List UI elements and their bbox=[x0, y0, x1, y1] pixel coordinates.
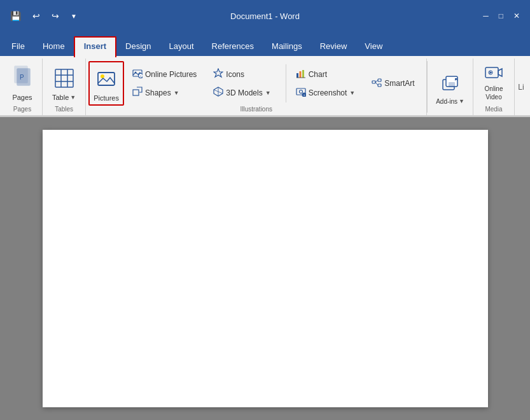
shapes-dropdown-icon: ▼ bbox=[174, 90, 179, 96]
svg-rect-21 bbox=[302, 70, 304, 78]
window-controls: ─ □ ✕ bbox=[479, 11, 524, 20]
pages-button[interactable]: P Pages bbox=[6, 60, 38, 104]
online-pictures-label: Online Pictures bbox=[145, 70, 197, 79]
tab-mailings[interactable]: Mailings bbox=[263, 38, 311, 56]
pages-icon: P bbox=[12, 65, 32, 91]
smartart-icon bbox=[372, 78, 382, 90]
online-pictures-button[interactable]: + Online Pictures bbox=[127, 66, 202, 83]
svg-line-31 bbox=[375, 82, 378, 85]
svg-text:+: + bbox=[303, 93, 305, 97]
icons-icon bbox=[213, 68, 223, 80]
tab-design[interactable]: Design bbox=[116, 38, 160, 56]
document-page bbox=[43, 130, 488, 407]
pictures-button[interactable]: Pictures bbox=[88, 61, 124, 106]
svg-line-30 bbox=[375, 80, 378, 82]
screenshot-icon: + bbox=[296, 87, 306, 99]
online-pictures-icon: + bbox=[132, 68, 143, 80]
online-video-icon bbox=[484, 64, 503, 85]
svg-text:+: + bbox=[139, 74, 141, 78]
tab-home[interactable]: Home bbox=[34, 38, 74, 56]
document-area bbox=[0, 117, 530, 420]
pictures-icon bbox=[97, 71, 115, 92]
3d-models-label: 3D Models bbox=[226, 88, 262, 97]
media-group: OnlineVideo Media bbox=[473, 59, 515, 115]
chart-label: Chart bbox=[309, 70, 327, 79]
title-bar: 💾 ↩ ↪ ▼ Document1 - Word ─ □ ✕ bbox=[0, 0, 530, 32]
smartart-button[interactable]: SmartArt bbox=[366, 75, 420, 92]
svg-rect-34 bbox=[449, 82, 455, 87]
add-ins-button[interactable]: Add-ins ▼ bbox=[431, 64, 469, 108]
table-icon bbox=[55, 69, 74, 91]
close-button[interactable]: ✕ bbox=[510, 11, 524, 20]
svg-rect-28 bbox=[378, 79, 381, 81]
minimize-button[interactable]: ─ bbox=[479, 11, 492, 20]
svg-point-9 bbox=[101, 74, 104, 78]
save-button[interactable]: 💾 bbox=[6, 8, 25, 24]
screenshot-label: Screenshot bbox=[309, 88, 347, 97]
svg-marker-37 bbox=[498, 69, 502, 76]
tab-review[interactable]: Review bbox=[311, 38, 356, 56]
shapes-label: Shapes bbox=[145, 88, 171, 97]
table-dropdown-icon: ▼ bbox=[70, 94, 76, 101]
tab-references[interactable]: References bbox=[203, 38, 263, 56]
3d-models-dropdown-icon: ▼ bbox=[265, 90, 271, 96]
svg-rect-20 bbox=[299, 71, 301, 78]
redo-button[interactable]: ↪ bbox=[48, 8, 63, 24]
undo-button[interactable]: ↩ bbox=[29, 8, 44, 24]
tables-group: Table ▼ Tables bbox=[43, 59, 86, 115]
quick-access-toolbar: 💾 ↩ ↪ ▼ bbox=[6, 8, 81, 24]
svg-rect-29 bbox=[378, 84, 381, 87]
svg-marker-15 bbox=[214, 69, 223, 77]
ribbon-tabs: File Home Insert Design Layout Reference… bbox=[0, 32, 530, 56]
online-video-label: OnlineVideo bbox=[485, 85, 503, 101]
tables-group-label: Tables bbox=[46, 106, 81, 115]
screenshot-button[interactable]: + Screenshot ▼ bbox=[290, 84, 361, 101]
ribbon-content: P Pages Pages bbox=[0, 56, 530, 117]
window-title: Document1 - Word bbox=[230, 11, 300, 21]
add-ins-label: Add-ins bbox=[436, 98, 457, 105]
pages-label: Pages bbox=[12, 94, 32, 101]
tab-layout[interactable]: Layout bbox=[160, 38, 203, 56]
svg-rect-27 bbox=[372, 81, 375, 83]
svg-rect-8 bbox=[98, 73, 115, 85]
links-partial-label: Li bbox=[518, 83, 524, 92]
svg-rect-3 bbox=[55, 69, 73, 87]
maximize-button[interactable]: □ bbox=[495, 11, 507, 20]
pictures-label: Pictures bbox=[94, 94, 119, 102]
table-button[interactable]: Table ▼ bbox=[46, 60, 81, 104]
svg-text:P: P bbox=[20, 74, 24, 81]
addins-group-label bbox=[431, 113, 469, 115]
add-ins-icon bbox=[441, 74, 460, 98]
svg-point-24 bbox=[299, 90, 302, 94]
pages-group: P Pages Pages bbox=[3, 59, 43, 115]
chart-icon bbox=[296, 68, 306, 80]
smartart-label: SmartArt bbox=[384, 79, 414, 88]
shapes-icon bbox=[132, 87, 143, 99]
shapes-button[interactable]: Shapes ▼ bbox=[127, 84, 202, 101]
illustrations-group-label: Illustrations bbox=[88, 106, 424, 115]
chart-button[interactable]: Chart bbox=[290, 66, 361, 83]
links-group-partial: Li bbox=[515, 59, 527, 115]
3d-models-button[interactable]: 3D Models ▼ bbox=[207, 84, 276, 101]
icons-button[interactable]: Icons bbox=[207, 66, 276, 83]
icons-label: Icons bbox=[226, 70, 244, 79]
illustrations-group: Pictures + bbox=[86, 59, 427, 115]
table-label: Table bbox=[52, 94, 69, 101]
tab-file[interactable]: File bbox=[3, 38, 34, 56]
add-ins-dropdown: ▼ bbox=[459, 98, 464, 104]
pages-group-label: Pages bbox=[6, 106, 38, 115]
media-group-label: Media bbox=[477, 106, 510, 115]
3d-models-icon bbox=[213, 87, 223, 99]
tab-insert[interactable]: Insert bbox=[74, 36, 116, 57]
customize-qat-button[interactable]: ▼ bbox=[67, 10, 81, 22]
online-video-button[interactable]: OnlineVideo bbox=[477, 60, 510, 104]
svg-rect-19 bbox=[296, 73, 298, 78]
screenshot-dropdown-icon: ▼ bbox=[349, 90, 355, 96]
svg-rect-14 bbox=[133, 90, 139, 95]
addins-group: Add-ins ▼ bbox=[428, 59, 473, 115]
tab-view[interactable]: View bbox=[356, 38, 391, 56]
